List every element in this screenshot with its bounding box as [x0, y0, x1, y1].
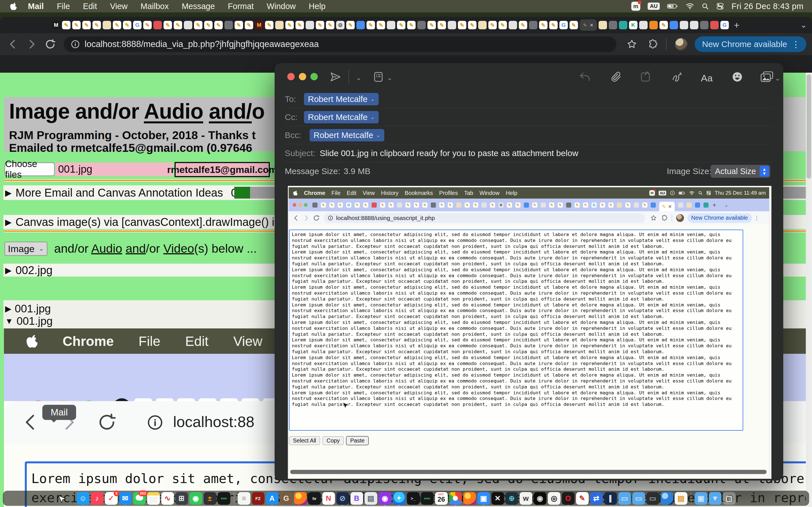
tab-favicon[interactable]	[710, 21, 719, 29]
dock-item-display-app[interactable]: ▭	[647, 492, 659, 505]
dock-item-calendar[interactable]: DEC26	[435, 492, 448, 505]
dock-item-zoom[interactable]: ▣	[477, 492, 490, 505]
format-fonts-button[interactable]: Aa	[701, 73, 713, 83]
menu-item-edit[interactable]: Edit	[77, 2, 103, 11]
menu-item-mailbox[interactable]: Mailbox	[134, 2, 175, 11]
tab-favicon[interactable]: ✎	[326, 21, 335, 29]
tab-favicon[interactable]: ✎	[338, 203, 343, 208]
dock-item-trash[interactable]: ▢	[723, 492, 735, 505]
disclosure-triangle-icon[interactable]: ▶	[5, 188, 11, 198]
zoom-window-button[interactable]	[310, 73, 318, 80]
header-fields-button[interactable]	[373, 71, 384, 83]
details-row-001jpg-collapsed[interactable]: ▶ 001.jpg	[5, 302, 51, 315]
browser-menu-icon[interactable]: ⋮	[792, 40, 800, 49]
subject-field-row[interactable]: Subject: Slide 001.jpg in clipboard read…	[285, 144, 773, 162]
tab-favicon[interactable]	[651, 203, 656, 208]
address-bar[interactable]: localhost:8888/media_via_pb.php?jhfgjhgf…	[64, 36, 616, 52]
dock-item-folder-blue-2[interactable]: ▭	[632, 492, 645, 505]
attach-file-button[interactable]	[610, 71, 622, 83]
tab-favicon[interactable]	[224, 21, 233, 29]
to-recipient-chip[interactable]: Robert Metcalfe⌄	[304, 93, 378, 105]
tab-favicon[interactable]	[481, 203, 487, 208]
dock-item-paint-app[interactable]: ✎	[576, 492, 589, 505]
dock-item-chrome[interactable]	[449, 492, 462, 505]
control-center-icon[interactable]	[716, 3, 724, 10]
close-window-button[interactable]	[287, 73, 295, 80]
tab-favicon[interactable]: ✎	[414, 203, 419, 208]
tab-search-chevron-icon[interactable]: ⌄	[801, 20, 807, 30]
menu-item-mail[interactable]: Mail	[21, 2, 50, 11]
paste-button[interactable]: Paste	[346, 436, 368, 445]
dock-item-music[interactable]: ♪	[91, 492, 103, 505]
choose-files-button[interactable]: Choose files	[4, 163, 55, 176]
tab-favicon[interactable]: ✎	[235, 21, 243, 29]
video-link[interactable]: Video	[163, 242, 194, 255]
tab-favicon[interactable]	[397, 203, 402, 208]
disclosure-triangle-icon[interactable]: ▶	[5, 217, 11, 227]
tab-favicon[interactable]: G	[720, 21, 729, 29]
tab-favicon[interactable]: ✎	[285, 21, 294, 29]
dock-item-gimp[interactable]: G	[280, 492, 293, 505]
dock-item-bbedit[interactable]: B	[350, 492, 363, 505]
tab-favicon[interactable]	[431, 203, 436, 208]
bookmark-star-icon[interactable]	[626, 39, 637, 50]
tab-favicon[interactable]	[599, 21, 607, 29]
page-scrollbar[interactable]	[806, 73, 812, 507]
tab-favicon[interactable]	[306, 21, 314, 29]
dock-item-filezilla[interactable]: FZ	[252, 492, 264, 505]
tab-favicon[interactable]: ✎	[366, 21, 375, 29]
dock-item-app-store[interactable]: A	[266, 492, 278, 505]
tab-favicon[interactable]	[275, 21, 284, 29]
tab-favicon[interactable]	[456, 203, 461, 208]
tab-favicon[interactable]: ✎	[625, 203, 630, 208]
tab-favicon[interactable]: ✎	[608, 203, 613, 208]
dock-item-news[interactable]: N	[322, 492, 335, 505]
tab-favicon[interactable]: ✎	[204, 21, 213, 29]
emoji-picker-button[interactable]	[731, 71, 743, 83]
tab-favicon[interactable]: ⚙	[336, 21, 345, 29]
cc-recipient-chip[interactable]: Robert Metcalfe⌄	[304, 111, 378, 123]
tab-favicon[interactable]: ✎	[407, 21, 416, 29]
tab-favicon[interactable]	[639, 21, 648, 29]
menu-item-view[interactable]: View	[103, 2, 134, 11]
menu-item-help[interactable]: Help	[302, 2, 332, 11]
dock-item-eye-app[interactable]: ◉	[534, 492, 546, 505]
tab-favicon[interactable]: ⚙	[499, 203, 504, 208]
insert-note-button[interactable]	[640, 71, 652, 83]
site-info-icon[interactable]	[70, 40, 80, 49]
dock-item-firefox[interactable]	[294, 492, 307, 505]
tab-favicon[interactable]: ✎	[490, 203, 495, 208]
tab-favicon[interactable]	[153, 21, 162, 29]
tab-favicon[interactable]: ✎	[473, 203, 478, 208]
tab-favicon[interactable]	[356, 21, 365, 29]
tab-favicon[interactable]: ✎	[519, 21, 527, 29]
dock-item-calculator[interactable]: ±	[204, 492, 216, 505]
tab-favicon[interactable]: ✎	[574, 203, 580, 208]
dock-item-notes[interactable]	[147, 492, 160, 505]
tab-favicon[interactable]: ✎	[329, 203, 335, 208]
tab-favicon[interactable]: ✎	[355, 203, 360, 208]
dock-item-grapher[interactable]: ∿	[161, 492, 174, 505]
tab-favicon[interactable]: ✎	[532, 203, 538, 208]
tab-favicon[interactable]: ✎	[569, 21, 578, 29]
tab-favicon[interactable]: ✎	[346, 21, 355, 29]
tab-favicon[interactable]: G	[133, 21, 142, 29]
tab-favicon[interactable]: ✎	[549, 21, 558, 29]
battery-icon[interactable]	[667, 3, 678, 9]
tab-favicon[interactable]	[690, 21, 698, 29]
photo-browser-button[interactable]	[760, 71, 774, 83]
tab-favicon[interactable]	[678, 203, 683, 208]
bcc-field-row[interactable]: Bcc: Robert Metcalfe⌄	[285, 126, 773, 144]
to-field-row[interactable]: To: Robert Metcalfe⌄	[285, 90, 773, 108]
tab-favicon[interactable]: ✎	[72, 21, 81, 29]
update-chrome-button[interactable]: New Chrome available ⋮	[695, 36, 806, 52]
tab-favicon[interactable]: G	[346, 203, 351, 208]
tab-favicon[interactable]	[103, 21, 111, 29]
tab-favicon[interactable]: ✎	[62, 21, 70, 29]
dock-item-record-app[interactable]: ◎	[548, 492, 560, 505]
dock-item-parallels[interactable]: ∥	[604, 492, 617, 505]
tab-favicon[interactable]: ✎	[123, 21, 132, 29]
new-tab-button[interactable]: +	[734, 20, 740, 31]
tab-favicon[interactable]: ✎	[659, 21, 668, 29]
tab-favicon[interactable]	[634, 203, 639, 208]
